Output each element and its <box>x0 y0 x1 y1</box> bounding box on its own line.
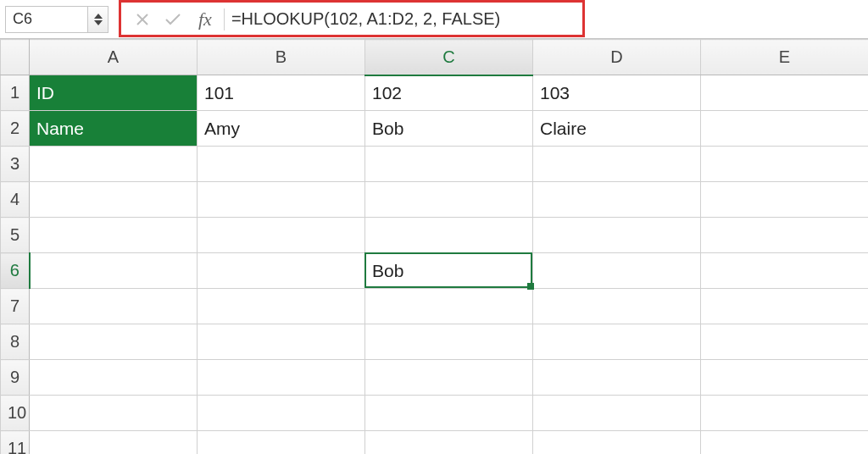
spreadsheet-grid[interactable]: ABCDE 1ID1011021032NameAmyBobClaire3456B… <box>0 39 868 454</box>
cell-A5[interactable] <box>30 218 198 253</box>
cell-A11[interactable] <box>30 431 198 455</box>
cell-A3[interactable] <box>30 147 198 182</box>
cell-C5[interactable] <box>365 218 533 253</box>
confirm-button[interactable] <box>158 6 188 33</box>
column-header-E[interactable]: E <box>701 40 869 75</box>
cell-D7[interactable] <box>533 289 701 324</box>
cell-A1[interactable]: ID <box>30 75 198 111</box>
cell-A6[interactable] <box>30 253 198 289</box>
cell-E6[interactable] <box>701 253 869 289</box>
fx-label[interactable]: fx <box>197 8 217 30</box>
cell-C6[interactable]: Bob <box>365 253 533 289</box>
cell-C10[interactable] <box>365 396 533 431</box>
row-header-7[interactable]: 7 <box>1 289 30 324</box>
cell-E7[interactable] <box>701 289 869 324</box>
cell-C3[interactable] <box>365 147 533 182</box>
row-header-11[interactable]: 11 <box>1 431 30 455</box>
row-header-3[interactable]: 3 <box>1 147 30 182</box>
column-header-C[interactable]: C <box>365 40 533 75</box>
cell-B9[interactable] <box>198 360 365 396</box>
chevron-up-icon <box>94 14 103 19</box>
cancel-button[interactable] <box>127 6 158 33</box>
chevron-down-icon <box>94 20 103 25</box>
cell-E2[interactable] <box>701 111 869 147</box>
cell-B10[interactable] <box>198 396 365 431</box>
cell-E10[interactable] <box>701 396 869 431</box>
row-header-4[interactable]: 4 <box>1 182 30 218</box>
cell-E3[interactable] <box>701 147 869 182</box>
name-box-value: C6 <box>13 10 32 28</box>
row-header-8[interactable]: 8 <box>1 324 30 360</box>
cell-C4[interactable] <box>365 182 533 218</box>
cell-C1[interactable]: 102 <box>365 75 533 111</box>
cell-B7[interactable] <box>198 289 365 324</box>
cell-D11[interactable] <box>533 431 701 455</box>
cell-B2[interactable]: Amy <box>198 111 365 147</box>
cell-A2[interactable]: Name <box>30 111 198 147</box>
cell-A7[interactable] <box>30 289 198 324</box>
cell-C8[interactable] <box>365 324 533 360</box>
row-header-9[interactable]: 9 <box>1 360 30 396</box>
cell-A4[interactable] <box>30 182 198 218</box>
cell-D9[interactable] <box>533 360 701 396</box>
cell-A10[interactable] <box>30 396 198 431</box>
cell-B6[interactable] <box>198 253 365 289</box>
cell-E11[interactable] <box>701 431 869 455</box>
cell-A9[interactable] <box>30 360 198 396</box>
cell-E1[interactable] <box>701 75 869 111</box>
name-box-stepper[interactable] <box>88 6 108 33</box>
cell-E4[interactable] <box>701 182 869 218</box>
name-box[interactable]: C6 <box>5 6 88 33</box>
close-icon <box>136 13 149 26</box>
cell-C9[interactable] <box>365 360 533 396</box>
check-icon <box>164 13 181 26</box>
cell-E8[interactable] <box>701 324 869 360</box>
row-header-6[interactable]: 6 <box>1 253 30 289</box>
formula-bar: C6 fx <box>0 0 868 39</box>
cell-B11[interactable] <box>198 431 365 455</box>
row-header-2[interactable]: 2 <box>1 111 30 147</box>
cell-D1[interactable]: 103 <box>533 75 701 111</box>
row-header-5[interactable]: 5 <box>1 218 30 253</box>
divider <box>224 8 225 30</box>
cell-C2[interactable]: Bob <box>365 111 533 147</box>
cell-C11[interactable] <box>365 431 533 455</box>
cell-D5[interactable] <box>533 218 701 253</box>
cell-B8[interactable] <box>198 324 365 360</box>
column-header-B[interactable]: B <box>198 40 365 75</box>
formula-input[interactable] <box>231 6 863 33</box>
cell-D3[interactable] <box>533 147 701 182</box>
cell-D8[interactable] <box>533 324 701 360</box>
cell-C7[interactable] <box>365 289 533 324</box>
cell-D4[interactable] <box>533 182 701 218</box>
row-header-10[interactable]: 10 <box>1 396 30 431</box>
column-header-D[interactable]: D <box>533 40 701 75</box>
cell-D10[interactable] <box>533 396 701 431</box>
cell-B4[interactable] <box>198 182 365 218</box>
select-all-corner[interactable] <box>1 40 30 75</box>
cell-D6[interactable] <box>533 253 701 289</box>
cell-D2[interactable]: Claire <box>533 111 701 147</box>
cell-E9[interactable] <box>701 360 869 396</box>
cell-B3[interactable] <box>198 147 365 182</box>
cell-B1[interactable]: 101 <box>198 75 365 111</box>
row-header-1[interactable]: 1 <box>1 75 30 111</box>
cell-A8[interactable] <box>30 324 198 360</box>
column-header-A[interactable]: A <box>30 40 198 75</box>
cell-B5[interactable] <box>198 218 365 253</box>
cell-E5[interactable] <box>701 218 869 253</box>
